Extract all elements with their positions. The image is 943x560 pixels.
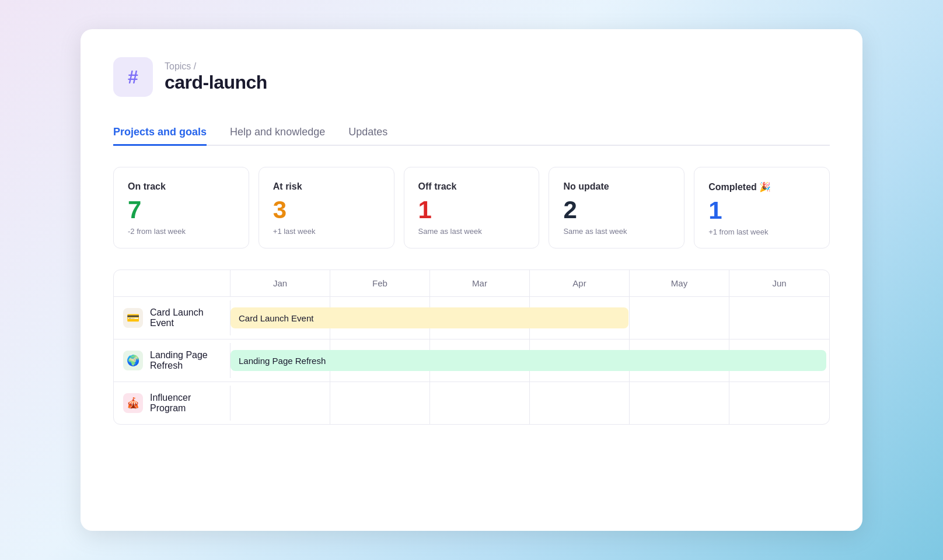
gantt-row-influencer[interactable]: 🎪 Influencer Program <box>114 382 829 424</box>
gantt-row-card-launch[interactable]: 💳 Card Launch Event Card Launch Event <box>114 297 829 340</box>
tabs: Projects and goals Help and knowledge Up… <box>113 120 830 146</box>
gantt-col-6 <box>729 297 829 339</box>
gantt-header-may: May <box>630 270 729 296</box>
card-launch-icon: 💳 <box>123 308 143 328</box>
gantt-bar-area-landing-page: Landing Page Refresh <box>230 340 829 382</box>
gantt-col-inf-4 <box>530 382 630 424</box>
gantt-header-mar: Mar <box>430 270 530 296</box>
breadcrumb: Topics / <box>165 61 267 72</box>
topic-icon: # <box>113 57 153 97</box>
on-track-sub: -2 from last week <box>128 227 235 236</box>
completed-title: Completed 🎉 <box>708 181 815 192</box>
main-card: # Topics / card-launch Projects and goal… <box>81 29 862 531</box>
at-risk-number: 3 <box>273 198 380 222</box>
gantt-col-inf-2 <box>330 382 430 424</box>
tab-help-and-knowledge[interactable]: Help and knowledge <box>230 120 325 146</box>
no-update-sub: Same as last week <box>563 227 670 236</box>
influencer-icon: 🎪 <box>123 393 143 413</box>
gantt-bar-card-launch: Card Launch Event <box>230 307 628 328</box>
gantt-col-inf-5 <box>630 382 729 424</box>
card-launch-label: Card Launch Event <box>150 307 221 328</box>
gantt-header-jan: Jan <box>230 270 330 296</box>
status-card-no-update[interactable]: No update 2 Same as last week <box>549 167 684 249</box>
hash-icon: # <box>128 66 138 88</box>
gantt-label-landing-page: 🌍 Landing Page Refresh <box>114 343 230 378</box>
gantt-bar-landing-page-label: Landing Page Refresh <box>239 356 326 366</box>
status-cards: On track 7 -2 from last week At risk 3 +… <box>113 167 830 249</box>
no-update-number: 2 <box>563 198 670 222</box>
gantt-label-card-launch: 💳 Card Launch Event <box>114 300 230 335</box>
gantt-header: Jan Feb Mar Apr May Jun <box>114 270 829 297</box>
gantt-col-inf-1 <box>230 382 330 424</box>
gantt-bar-area-card-launch: Card Launch Event <box>230 297 829 339</box>
gantt-bar-card-launch-label: Card Launch Event <box>239 313 313 323</box>
status-card-on-track[interactable]: On track 7 -2 from last week <box>113 167 249 249</box>
completed-number: 1 <box>708 198 815 223</box>
gantt-header-apr: Apr <box>530 270 630 296</box>
landing-page-icon: 🌍 <box>123 351 143 370</box>
gantt-col-inf-3 <box>430 382 530 424</box>
off-track-title: Off track <box>418 181 525 192</box>
tab-projects-and-goals[interactable]: Projects and goals <box>113 120 207 146</box>
landing-page-label: Landing Page Refresh <box>150 350 221 371</box>
gantt-bar-area-influencer <box>230 382 829 424</box>
at-risk-title: At risk <box>273 181 380 192</box>
gantt-header-feb: Feb <box>330 270 430 296</box>
gantt-header-empty <box>114 270 230 296</box>
header: # Topics / card-launch <box>113 57 830 97</box>
gantt-bar-landing-page: Landing Page Refresh <box>230 350 826 371</box>
on-track-number: 7 <box>128 198 235 222</box>
on-track-title: On track <box>128 181 235 192</box>
off-track-number: 1 <box>418 198 525 222</box>
at-risk-sub: +1 last week <box>273 227 380 236</box>
gantt-label-influencer: 🎪 Influencer Program <box>114 386 230 421</box>
no-update-title: No update <box>563 181 670 192</box>
header-text: Topics / card-launch <box>165 61 267 93</box>
influencer-label: Influencer Program <box>150 393 221 414</box>
status-card-completed[interactable]: Completed 🎉 1 +1 from last week <box>694 167 830 249</box>
tab-updates[interactable]: Updates <box>348 120 387 146</box>
gantt-col-5 <box>630 297 729 339</box>
gantt-header-jun: Jun <box>729 270 829 296</box>
page-title: card-launch <box>165 72 267 93</box>
status-card-off-track[interactable]: Off track 1 Same as last week <box>404 167 540 249</box>
gantt-col-inf-6 <box>729 382 829 424</box>
gantt-chart: Jan Feb Mar Apr May Jun 💳 Card Launch Ev… <box>113 270 830 425</box>
gantt-row-landing-page[interactable]: 🌍 Landing Page Refresh Landing Page Refr… <box>114 340 829 382</box>
status-card-at-risk[interactable]: At risk 3 +1 last week <box>259 167 394 249</box>
completed-sub: +1 from last week <box>708 228 815 236</box>
off-track-sub: Same as last week <box>418 227 525 236</box>
